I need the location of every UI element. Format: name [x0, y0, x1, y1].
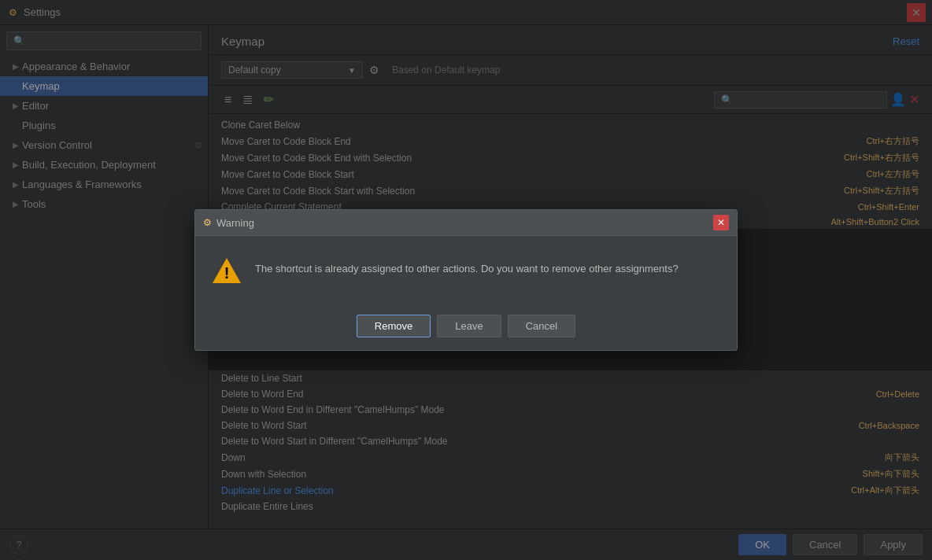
close-icon: ✕: [717, 217, 725, 228]
dialog-title-bar: ⚙ Warning ✕: [195, 210, 737, 236]
dialog-title-icon: ⚙: [203, 217, 212, 228]
dialog-overlay: ⚙ Warning ✕ ! The shortcut is already as…: [0, 0, 932, 560]
dialog-leave-button[interactable]: Leave: [437, 315, 501, 337]
warning-icon: !: [211, 255, 242, 286]
warning-dialog: ⚙ Warning ✕ ! The shortcut is already as…: [194, 209, 738, 351]
dialog-title: ⚙ Warning: [203, 217, 254, 229]
dialog-cancel-button[interactable]: Cancel: [508, 315, 575, 337]
svg-text:!: !: [224, 264, 230, 282]
dialog-footer: Remove Leave Cancel: [195, 305, 737, 350]
dialog-close-button[interactable]: ✕: [713, 215, 729, 230]
dialog-title-text: Warning: [216, 217, 254, 229]
dialog-message: The shortcut is already assigned to othe…: [255, 255, 679, 277]
dialog-body: ! The shortcut is already assigned to ot…: [195, 236, 737, 305]
dialog-remove-button[interactable]: Remove: [357, 315, 431, 337]
